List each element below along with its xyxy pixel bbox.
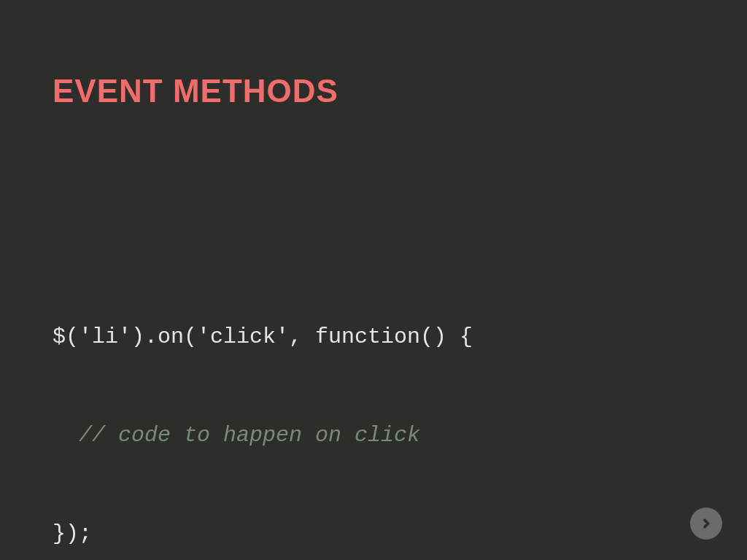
code-line-2: // code to happen on click [53, 419, 694, 452]
code-comment: // code to happen on click [79, 423, 420, 448]
arrow-right-icon [698, 516, 714, 532]
svg-point-0 [700, 517, 713, 530]
next-button[interactable] [690, 508, 722, 540]
slide-container: EVENT METHODS $('li').on('click', functi… [0, 0, 747, 560]
slide-title: EVENT METHODS [53, 73, 694, 109]
code-block: $('li').on('click', function() { // code… [53, 255, 694, 560]
code-line-1: $('li').on('click', function() { [53, 321, 694, 354]
code-line-3: }); [53, 518, 694, 551]
code-indent [53, 423, 79, 448]
